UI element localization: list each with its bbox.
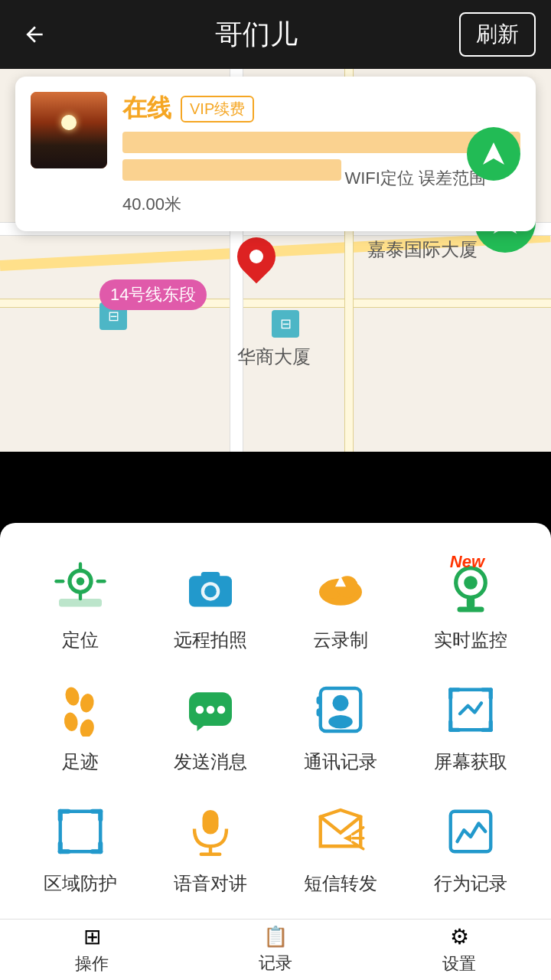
svg-point-22 — [196, 706, 204, 714]
grid-item-region[interactable]: 区域防护 — [15, 789, 145, 911]
location-bar-1 — [122, 132, 520, 153]
svg-point-4 — [77, 577, 85, 586]
svg-point-24 — [217, 706, 226, 714]
svg-point-18 — [79, 693, 95, 714]
svg-rect-15 — [467, 597, 475, 608]
svg-rect-16 — [458, 607, 484, 612]
grid-item-screenshot[interactable]: 屏幕获取 — [406, 668, 536, 789]
tab-bar: ⊞ 操作 📋 记录 ⚙ 设置 — [0, 919, 551, 980]
grid-label-cloud-record: 云录制 — [313, 628, 368, 652]
svg-rect-27 — [317, 697, 322, 705]
grid-item-behavior[interactable]: 行为记录 — [406, 789, 536, 911]
back-button[interactable] — [15, 15, 54, 54]
refresh-button[interactable]: 刷新 — [459, 12, 536, 57]
avatar — [31, 92, 107, 168]
card-nav-button[interactable] — [467, 127, 520, 181]
map-label-building2: 华商大厦 — [237, 345, 311, 369]
svg-marker-52 — [344, 835, 352, 843]
grid-label-send-message: 发送消息 — [174, 750, 247, 774]
tab-settings-label: 设置 — [442, 952, 476, 975]
svg-rect-49 — [203, 810, 219, 835]
svg-point-29 — [333, 695, 349, 711]
grid-label-location: 定位 — [62, 628, 99, 652]
svg-point-20 — [78, 717, 96, 737]
new-badge-monitor: New — [450, 552, 484, 572]
svg-point-23 — [207, 706, 215, 714]
tab-operation-label: 操作 — [75, 952, 109, 975]
building-icon-4 — [272, 310, 299, 338]
grid-item-footprint[interactable]: 足迹 — [15, 668, 145, 789]
svg-point-17 — [64, 685, 81, 707]
grid-label-voice: 语音对讲 — [174, 871, 247, 896]
info-content: 在线 VIP续费 WIFI定位 误差范围 40.00米 — [122, 92, 520, 216]
settings-icon: ⚙ — [450, 924, 469, 949]
svg-rect-28 — [317, 708, 322, 717]
svg-point-30 — [328, 715, 353, 729]
grid-label-footprint: 足迹 — [62, 750, 99, 774]
svg-point-7 — [204, 586, 217, 598]
grid-item-remote-photo[interactable]: 远程拍照 — [145, 546, 276, 668]
grid-label-region: 区域防护 — [44, 871, 117, 896]
grid-item-send-message[interactable]: 发送消息 — [145, 668, 276, 789]
grid-item-monitor[interactable]: New 实时监控 — [406, 546, 536, 668]
grid-label-monitor: 实时监控 — [434, 628, 507, 652]
grid-label-remote-photo: 远程拍照 — [174, 628, 247, 652]
svg-point-19 — [63, 711, 79, 732]
svg-marker-1 — [483, 142, 504, 165]
grid-label-behavior: 行为记录 — [434, 871, 507, 896]
grid-item-location[interactable]: 定位 — [15, 546, 145, 668]
vip-badge[interactable]: VIP续费 — [181, 96, 254, 122]
metro-tag: 14号线东段 — [99, 279, 207, 310]
map-pin — [237, 237, 276, 276]
header: 哥们儿 刷新 — [0, 0, 551, 69]
records-icon: 📋 — [263, 925, 288, 949]
page-title: 哥们儿 — [215, 16, 298, 54]
grid-item-cloud-record[interactable]: 云录制 — [276, 546, 406, 668]
tab-records[interactable]: 📋 记录 — [184, 925, 367, 975]
svg-rect-8 — [201, 572, 220, 580]
tab-operation[interactable]: ⊞ 操作 — [0, 924, 184, 975]
grid-label-contacts: 通讯记录 — [304, 750, 377, 774]
grid-label-screenshot: 屏幕获取 — [434, 750, 507, 774]
operation-icon: ⊞ — [83, 924, 101, 949]
grid-label-sms: 短信转发 — [304, 871, 377, 896]
grid-item-voice[interactable]: 语音对讲 — [145, 789, 276, 911]
feature-grid: 定位 远程拍照 云录制 — [15, 546, 536, 911]
info-card: 在线 VIP续费 WIFI定位 误差范围 40.00米 — [15, 77, 536, 231]
location-bar-2 — [122, 159, 341, 181]
bottom-panel: 定位 远程拍照 云录制 — [0, 523, 551, 919]
status-text: 在线 — [122, 92, 171, 126]
svg-rect-40 — [60, 812, 101, 852]
error-range: 40.00米 — [122, 193, 520, 216]
grid-item-sms[interactable]: 短信转发 — [276, 789, 406, 911]
wifi-text: WIFI定位 误差范围 — [344, 168, 486, 188]
grid-item-contacts[interactable]: 通讯记录 — [276, 668, 406, 789]
svg-point-14 — [464, 576, 478, 590]
tab-records-label: 记录 — [259, 952, 292, 975]
tab-settings[interactable]: ⚙ 设置 — [367, 924, 551, 975]
map-label-building1: 嘉泰国际大厦 — [367, 237, 478, 262]
